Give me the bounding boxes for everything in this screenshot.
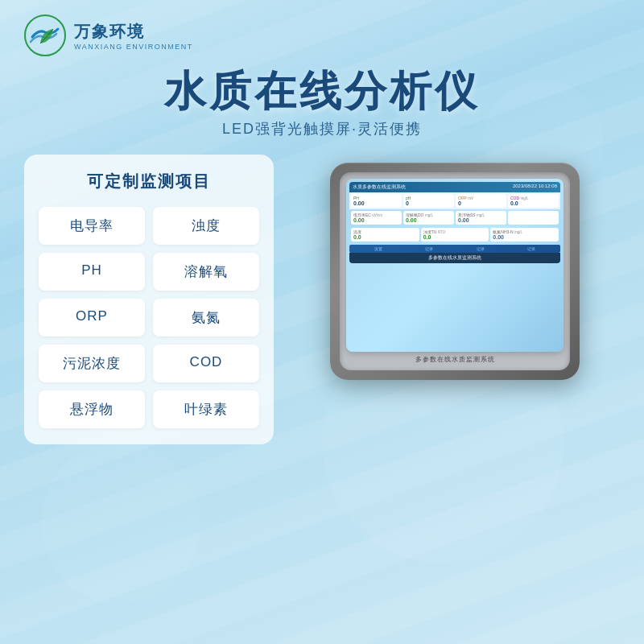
item-tag-7: COD: [153, 345, 259, 382]
footer-btn-2[interactable]: 记录: [425, 246, 433, 251]
items-grid: 电导率 浊度 PH 溶解氧 ORP 氨氮 污泥浓度 COD 悬浮物 叶绿素: [39, 207, 259, 428]
screen-cell-orp: ORP mV 0: [456, 194, 506, 208]
device-label: 多参数在线水质监测系统: [415, 355, 495, 364]
screen-cell-ammonia: 氨氮NH3-N mg/L 0.00: [490, 228, 559, 242]
item-tag-5: 氨氮: [153, 299, 259, 336]
device: 水质多参数在线监测系统 2023/08/22 10:12:08 PH 0.00 …: [330, 163, 580, 380]
screen-footer-bar: 设置 记录 记录 记录: [349, 245, 560, 253]
item-tag-9: 叶绿素: [153, 390, 259, 428]
item-tag-1: 浊度: [153, 207, 259, 245]
right-panel: 水质多参数在线监测系统 2023/08/22 10:12:08 PH 0.00 …: [290, 155, 620, 380]
item-tag-3: 溶解氧: [153, 253, 259, 291]
screen-cell-ph1: PH 0.00: [351, 194, 402, 208]
screen-cell-ph2: pH 0: [403, 194, 454, 208]
screen-datetime: 2023/08/22 10:12:08: [513, 184, 557, 191]
device-screen: 水质多参数在线监测系统 2023/08/22 10:12:08 PH 0.00 …: [346, 179, 564, 352]
screen-cell-blank: [508, 211, 559, 225]
main-title: 水质在线分析仪: [0, 68, 644, 114]
screen-params-row1: PH 0.00 pH 0 ORP mV 0: [349, 192, 560, 209]
screen-cell-cod: COD mg/L 0.0: [508, 194, 559, 208]
screen-cell-temp: 温度 0.0: [351, 228, 419, 242]
footer-btn-1[interactable]: 设置: [374, 246, 382, 251]
brand-name-cn: 万象环境: [74, 21, 193, 43]
sub-title: LED强背光触摸屏·灵活便携: [0, 119, 644, 138]
logo-icon: [24, 14, 66, 56]
screen-cell-do: 溶解氧DO mg/L 0.00: [403, 211, 454, 225]
panel-title: 可定制监测项目: [39, 171, 259, 192]
footer-btn-3[interactable]: 记录: [477, 246, 485, 251]
screen-params-row2: 电导率EC uV/cm 0.00 溶解氧DO mg/L 0.00 悬浮物SS m…: [349, 209, 560, 226]
screen-header: 水质多参数在线监测系统 2023/08/22 10:12:08: [349, 182, 560, 192]
item-tag-4: ORP: [39, 299, 145, 336]
footer-btn-4[interactable]: 记录: [527, 246, 535, 251]
screen-params-row3: 温度 0.0 浊度TU NTU 0.0 氨氮NH3-N mg/L 0.00: [349, 226, 560, 243]
logo-text: 万象环境 WANXIANG ENVIRONMENT: [74, 21, 193, 51]
item-tag-2: PH: [39, 253, 145, 291]
item-tag-6: 污泥浓度: [39, 345, 145, 382]
title-section: 水质在线分析仪 LED强背光触摸屏·灵活便携: [0, 64, 644, 142]
header: 万象环境 WANXIANG ENVIRONMENT: [0, 0, 644, 64]
item-tag-8: 悬浮物: [39, 390, 145, 428]
screen-cell-turbidity: 浊度TU NTU 0.0: [421, 228, 489, 242]
screen-bottom-label: 多参数在线水质监测系统: [349, 253, 560, 263]
screen-cell-ec: 电导率EC uV/cm 0.00: [351, 211, 402, 225]
left-panel: 可定制监测项目 电导率 浊度 PH 溶解氧 ORP 氨氮 污泥浓度 COD 悬浮…: [24, 155, 274, 444]
logo: 万象环境 WANXIANG ENVIRONMENT: [24, 14, 193, 56]
item-tag-0: 电导率: [39, 207, 145, 245]
brand-name-en: WANXIANG ENVIRONMENT: [74, 43, 193, 51]
main-content: 可定制监测项目 电导率 浊度 PH 溶解氧 ORP 氨氮 污泥浓度 COD 悬浮…: [0, 142, 644, 444]
screen-cell-ss: 悬浮物SS mg/L 0.00: [456, 211, 506, 225]
screen-title: 水质多参数在线监测系统: [353, 184, 406, 191]
device-inner: 水质多参数在线监测系统 2023/08/22 10:12:08 PH 0.00 …: [340, 172, 570, 370]
